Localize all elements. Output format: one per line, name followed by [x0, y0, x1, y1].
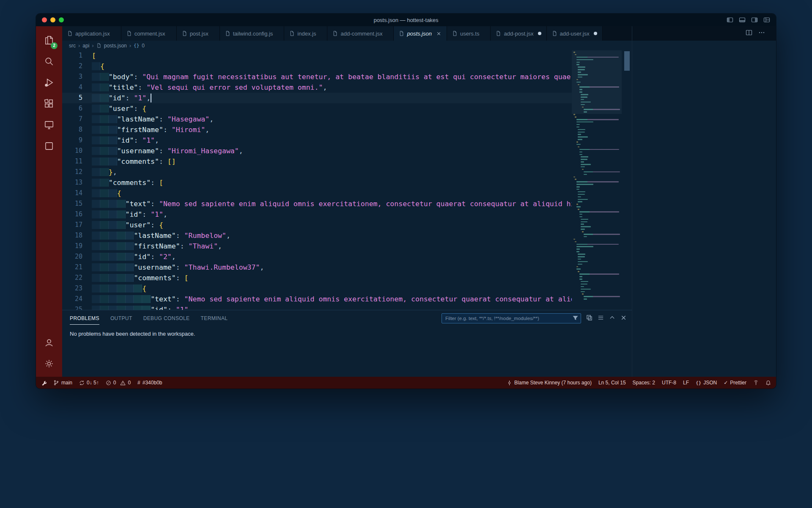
- feedback-item[interactable]: [753, 380, 759, 386]
- tab-application.jsx[interactable]: application.jsx: [62, 26, 121, 41]
- git-sync-item[interactable]: 0↓ 5↑: [79, 380, 99, 386]
- git-blame-item[interactable]: Blame Steve Kinney (7 hours ago): [507, 380, 592, 386]
- breadcrumb-item-api[interactable]: api: [82, 43, 89, 49]
- line-number: 19: [62, 241, 92, 251]
- tab-add-post.jsx[interactable]: add-post.jsx: [491, 26, 546, 41]
- code-line-11[interactable]: 11 "comments": []: [62, 156, 572, 167]
- code-line-4[interactable]: 4 "title": "Vel sequi qui error sed volu…: [62, 82, 572, 93]
- git-branch-item[interactable]: main: [53, 380, 72, 386]
- filter-funnel-icon: [572, 315, 579, 323]
- more-actions-icon[interactable]: [758, 29, 765, 38]
- code-line-10[interactable]: 10 "username": "Hiromi_Hasegawa",: [62, 146, 572, 156]
- code-line-14[interactable]: 14 {: [62, 188, 572, 199]
- settings-button[interactable]: [39, 353, 59, 374]
- view-as-table-icon[interactable]: [586, 315, 593, 323]
- minimap[interactable]: [572, 50, 622, 310]
- check-icon: ✓: [724, 380, 728, 386]
- toggle-primary-sidebar-icon[interactable]: [727, 17, 733, 23]
- code-line-21[interactable]: 21 "username": "Thawi.Rumbelow37",: [62, 262, 572, 273]
- panel-tab-terminal[interactable]: TERMINAL: [201, 312, 228, 325]
- editor-scrollbar[interactable]: [622, 50, 632, 310]
- close-tab-icon[interactable]: [436, 31, 442, 36]
- remote-explorer-icon: [44, 119, 55, 130]
- close-window-button[interactable]: [42, 17, 47, 22]
- code-line-18[interactable]: 18 "lastName": "Rumbelow",: [62, 230, 572, 241]
- sidebar-item-explorer[interactable]: 2: [39, 30, 59, 51]
- encoding-item[interactable]: UTF-8: [662, 380, 676, 386]
- line-number: 16: [62, 209, 92, 220]
- code-line-7[interactable]: 7 "lastName": "Hasegawa",: [62, 114, 572, 124]
- braces-icon: {}: [696, 380, 701, 386]
- problems-filter-input[interactable]: [442, 313, 581, 323]
- sidebar-item-extensions[interactable]: [39, 93, 59, 114]
- toggle-panel-icon[interactable]: [739, 17, 746, 23]
- split-editor-icon[interactable]: [746, 29, 752, 38]
- code-line-16[interactable]: 16 "id": "1",: [62, 209, 572, 220]
- modified-dot: [594, 32, 597, 35]
- minimize-window-button[interactable]: [50, 17, 55, 22]
- eol-item[interactable]: LF: [683, 380, 689, 386]
- scrollbar-slider[interactable]: [624, 51, 630, 71]
- code-line-13[interactable]: 13 "comments": [: [62, 177, 572, 188]
- text-cursor: [151, 94, 151, 102]
- code-line-25[interactable]: 25 "id": "1",: [62, 304, 572, 310]
- panel-tab-debug-console[interactable]: DEBUG CONSOLE: [143, 312, 190, 325]
- code-line-6[interactable]: 6 "user": {: [62, 103, 572, 114]
- indentation-item[interactable]: Spaces: 2: [633, 380, 655, 386]
- collapse-all-icon[interactable]: [598, 315, 604, 323]
- code-line-15[interactable]: 15 "text": "Nemo sed sapiente enim aliqu…: [62, 199, 572, 209]
- panel-tab-output[interactable]: OUTPUT: [110, 312, 132, 325]
- toggle-secondary-sidebar-icon[interactable]: [751, 17, 758, 23]
- code-line-24[interactable]: 24 "text": "Nemo sed sapiente enim aliqu…: [62, 294, 572, 304]
- tab-index.js[interactable]: index.js: [284, 26, 327, 41]
- accounts-button[interactable]: [39, 332, 59, 353]
- code-line-23[interactable]: 23 {: [62, 283, 572, 294]
- tab-users.ts[interactable]: users.ts: [447, 26, 491, 41]
- code-line-12[interactable]: 12 },: [62, 167, 572, 177]
- tab-post.jsx[interactable]: post.jsx: [177, 26, 220, 41]
- sidebar-item-remote-explorer[interactable]: [39, 114, 59, 135]
- close-panel-icon[interactable]: [620, 315, 627, 323]
- formatter-item[interactable]: ✓ Prettier: [724, 380, 746, 386]
- line-number: 11: [62, 156, 92, 167]
- code-line-5[interactable]: 5 "id": "1",: [62, 93, 572, 103]
- sidebar-item-search[interactable]: [39, 51, 59, 72]
- code-area[interactable]: 1[2 {3 "body": "Qui magnam fugit necessi…: [62, 50, 572, 310]
- code-line-20[interactable]: 20 "id": "2",: [62, 251, 572, 262]
- breadcrumb-item-file[interactable]: posts.json: [104, 43, 127, 49]
- tab-label: post.jsx: [190, 30, 208, 37]
- sidebar-item-run-debug[interactable]: [39, 72, 59, 93]
- line-number: 13: [62, 177, 92, 188]
- code-line-17[interactable]: 17 "user": {: [62, 220, 572, 230]
- zoom-window-button[interactable]: [59, 17, 64, 22]
- cursor-position-item[interactable]: Ln 5, Col 15: [598, 380, 626, 386]
- code-line-3[interactable]: 3 "body": "Qui magnam fugit necessitatib…: [62, 72, 572, 82]
- line-number: 1: [62, 50, 92, 61]
- line-number: 4: [62, 82, 92, 93]
- tab-add-comment.jsx[interactable]: add-comment.jsx: [327, 26, 394, 41]
- language-mode-item[interactable]: {} JSON: [696, 380, 717, 386]
- breadcrumb-item-symbol[interactable]: 0: [142, 43, 145, 49]
- code-line-2[interactable]: 2 {: [62, 61, 572, 72]
- customize-layout-icon[interactable]: [763, 17, 770, 23]
- tab-comment.jsx[interactable]: comment.jsx: [121, 26, 177, 41]
- tab-add-user.jsx[interactable]: add-user.jsx: [547, 26, 603, 41]
- line-number: 25: [62, 304, 92, 310]
- code-line-9[interactable]: 9 "id": "1",: [62, 135, 572, 146]
- code-line-1[interactable]: 1[: [62, 50, 572, 61]
- tab-tailwind.config.js[interactable]: tailwind.config.js: [220, 26, 285, 41]
- panel-tab-problems[interactable]: PROBLEMS: [70, 312, 99, 325]
- maximize-panel-icon[interactable]: [609, 315, 615, 323]
- problems-status-item[interactable]: 0 0: [106, 380, 131, 386]
- sidebar-item-custom-view[interactable]: [39, 135, 59, 157]
- tab-posts.json[interactable]: posts.json: [394, 26, 447, 41]
- breadcrumb-item-src[interactable]: src: [69, 43, 76, 49]
- code-line-8[interactable]: 8 "firstName": "Hiromi",: [62, 124, 572, 135]
- code-line-22[interactable]: 22 "comments": [: [62, 273, 572, 283]
- color-hex-item[interactable]: # #340b0b: [137, 380, 162, 386]
- remote-tools-item[interactable]: [41, 380, 47, 386]
- breadcrumb[interactable]: src › api › posts.json › {} 0: [62, 41, 632, 50]
- line-number: 7: [62, 114, 92, 124]
- code-line-19[interactable]: 19 "firstName": "Thawi",: [62, 241, 572, 251]
- notifications-item[interactable]: [765, 380, 771, 386]
